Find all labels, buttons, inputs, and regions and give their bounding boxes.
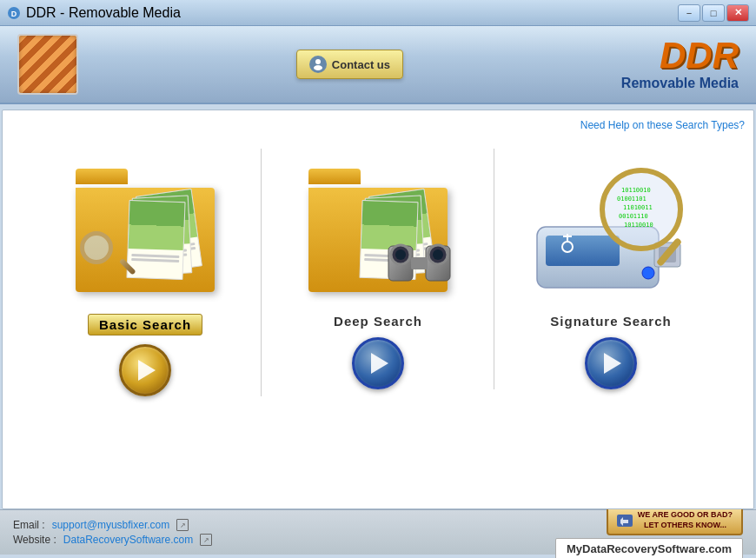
rating-icon	[617, 515, 633, 527]
window-title: DDR - Removable Media	[26, 5, 181, 21]
footer: Email : support@myusbfixer.com ↗ Website…	[0, 509, 756, 555]
ddr-subtitle: Removable Media	[621, 76, 739, 91]
header-center: Contact us	[78, 50, 621, 79]
rating-text: WE ARE GOOD OR BAD? LET OTHERS KNOW...	[638, 510, 733, 530]
svg-text:10110010: 10110010	[624, 222, 653, 229]
signature-search-play-button[interactable]	[585, 337, 637, 389]
deep-folder-tab	[308, 169, 361, 184]
signature-search-label[interactable]: Signature Search	[550, 314, 671, 329]
folder-tab	[76, 169, 128, 184]
email-label: Email :	[13, 519, 45, 531]
app-logo	[17, 34, 78, 95]
deep-play-icon	[371, 353, 388, 374]
title-buttons[interactable]: − □ ✕	[678, 4, 749, 22]
title-bar: D DDR - Removable Media − □ ✕	[0, 0, 756, 26]
deep-search-label[interactable]: Deep Search	[334, 314, 422, 329]
signature-search-svg: 10110010 01001101 11010011 00101110 1011…	[520, 153, 702, 301]
basic-search-image	[58, 149, 232, 305]
basic-search-label[interactable]: Basic Search	[88, 314, 202, 335]
binoculars-svg	[387, 233, 452, 285]
website-external-icon[interactable]: ↗	[200, 534, 212, 546]
svg-point-9	[395, 249, 406, 260]
website-label: Website :	[13, 534, 56, 546]
signature-search-option: 10110010 01001101 11010011 00101110 1011…	[494, 149, 727, 389]
signature-search-image: 10110010 01001101 11010011 00101110 1011…	[520, 149, 702, 305]
svg-point-3	[314, 65, 322, 70]
magnifier-icon	[80, 231, 128, 279]
deep-search-option: Deep Search	[262, 149, 494, 389]
rating-button[interactable]: WE ARE GOOD OR BAD? LET OTHERS KNOW...	[607, 505, 743, 535]
main-content: Need Help on these Search Types?	[2, 110, 754, 509]
website-link[interactable]: DataRecoverySoftware.com	[63, 534, 193, 546]
app-icon: D	[7, 6, 21, 20]
rating-line1: WE ARE GOOD OR BAD?	[638, 510, 733, 521]
deep-search-folder	[300, 162, 456, 292]
search-options: Basic Search	[11, 140, 745, 479]
play-icon	[138, 360, 156, 381]
header-right: DDR Removable Media	[621, 37, 739, 91]
sig-play-icon	[604, 353, 621, 374]
close-button[interactable]: ✕	[726, 4, 749, 22]
header: Contact us DDR Removable Media	[0, 26, 756, 104]
email-row: Email : support@myusbfixer.com ↗	[13, 519, 212, 531]
person-icon	[312, 58, 324, 70]
email-link[interactable]: support@myusbfixer.com	[52, 519, 170, 531]
folder-papers	[128, 192, 197, 305]
svg-point-2	[315, 59, 321, 64]
basic-search-play-button[interactable]	[119, 344, 171, 396]
svg-point-10	[433, 249, 443, 260]
basic-search-folder	[67, 162, 223, 292]
footer-right: WE ARE GOOD OR BAD? LET OTHERS KNOW... M…	[555, 505, 743, 558]
svg-text:D: D	[11, 10, 17, 18]
maximize-button[interactable]: □	[702, 4, 725, 22]
svg-text:01001101: 01001101	[617, 196, 647, 203]
footer-brand: MyDataRecoverySoftware.com	[555, 538, 743, 558]
email-external-icon[interactable]: ↗	[176, 519, 189, 531]
binoculars-icon	[387, 233, 452, 285]
thumbs-up-icon	[619, 515, 631, 526]
svg-point-16	[642, 267, 654, 279]
contact-icon	[309, 56, 327, 73]
website-row: Website : DataRecoverySoftware.com ↗	[13, 534, 212, 546]
svg-text:00101110: 00101110	[619, 213, 648, 220]
svg-rect-12	[546, 236, 620, 266]
deep-search-image	[291, 149, 465, 305]
rating-line2: LET OTHERS KNOW...	[638, 521, 733, 531]
contact-label: Contact us	[332, 58, 390, 71]
paper-3	[126, 200, 185, 280]
svg-text:10110010: 10110010	[621, 187, 651, 194]
basic-search-option: Basic Search	[29, 149, 262, 396]
minimize-button[interactable]: −	[678, 4, 700, 22]
help-link[interactable]: Need Help on these Search Types?	[11, 119, 745, 131]
title-bar-left: D DDR - Removable Media	[7, 5, 181, 21]
footer-left: Email : support@myusbfixer.com ↗ Website…	[13, 519, 212, 546]
contact-button[interactable]: Contact us	[296, 50, 403, 79]
svg-text:11010011: 11010011	[623, 204, 653, 211]
svg-rect-6	[411, 257, 428, 269]
deep-search-play-button[interactable]	[352, 337, 404, 389]
ddr-title: DDR	[621, 37, 739, 74]
